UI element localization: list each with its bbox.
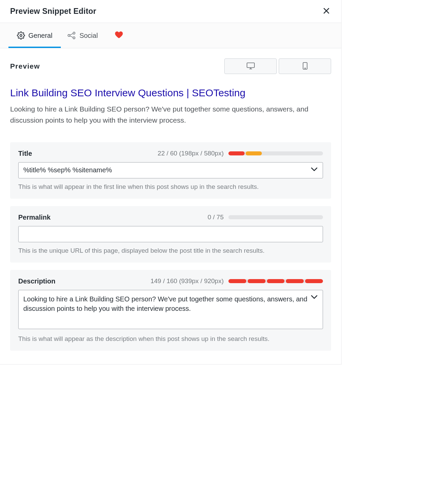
description-length-bar: [228, 279, 323, 283]
close-icon: [323, 10, 330, 15]
preview-heading: Preview: [10, 62, 40, 70]
svg-point-3: [73, 37, 75, 39]
desktop-icon: [246, 62, 255, 71]
svg-point-1: [68, 34, 70, 36]
serp-description: Looking to hire a Link Building SEO pers…: [10, 103, 324, 126]
svg-point-10: [305, 68, 305, 69]
share-icon: [67, 31, 76, 40]
permalink-label: Permalink: [18, 214, 51, 221]
tab-favorite[interactable]: [115, 23, 123, 48]
permalink-counter: 0 / 75: [207, 214, 224, 221]
title-label: Title: [18, 150, 32, 157]
modal-title: Preview Snippet Editor: [10, 7, 96, 16]
permalink-length-bar: [228, 215, 323, 219]
description-label: Description: [18, 277, 55, 285]
serp-title: Link Building SEO Interview Questions | …: [10, 86, 331, 100]
serp-preview: Link Building SEO Interview Questions | …: [10, 86, 331, 126]
desktop-preview-button[interactable]: [224, 58, 277, 74]
tab-social[interactable]: Social: [67, 23, 98, 48]
gear-icon: [17, 31, 25, 40]
tab-general-label: General: [28, 32, 52, 40]
title-length-bar: [228, 151, 323, 155]
description-field-card: Description 149 / 160 (939px / 920px) Th…: [10, 270, 331, 351]
modal-header: Preview Snippet Editor: [0, 0, 341, 23]
title-input[interactable]: [18, 162, 323, 178]
heart-icon: [115, 31, 123, 40]
permalink-input[interactable]: [18, 226, 323, 242]
title-counter: 22 / 60 (198px / 580px): [158, 150, 224, 157]
title-help: This is what will appear in the first li…: [18, 183, 323, 191]
title-field-card: Title 22 / 60 (198px / 580px) This is wh…: [10, 142, 331, 199]
tabs-bar: General Social: [0, 23, 341, 48]
svg-point-2: [73, 32, 75, 34]
mobile-icon: [302, 62, 308, 71]
tab-general[interactable]: General: [17, 23, 52, 48]
svg-rect-6: [247, 63, 254, 68]
description-help: This is what will appear as the descript…: [18, 335, 323, 343]
footer-divider: [0, 364, 341, 365]
description-textarea[interactable]: [18, 290, 323, 329]
permalink-field-card: Permalink 0 / 75 This is the unique URL …: [10, 206, 331, 263]
device-toggle: [224, 58, 331, 74]
tab-social-label: Social: [79, 32, 98, 40]
svg-point-0: [20, 34, 22, 36]
permalink-help: This is the unique URL of this page, dis…: [18, 247, 323, 254]
description-counter: 149 / 160 (939px / 920px): [150, 277, 224, 285]
svg-line-4: [70, 33, 73, 35]
svg-line-5: [70, 36, 73, 37]
close-button[interactable]: [322, 6, 331, 17]
mobile-preview-button[interactable]: [279, 58, 331, 74]
